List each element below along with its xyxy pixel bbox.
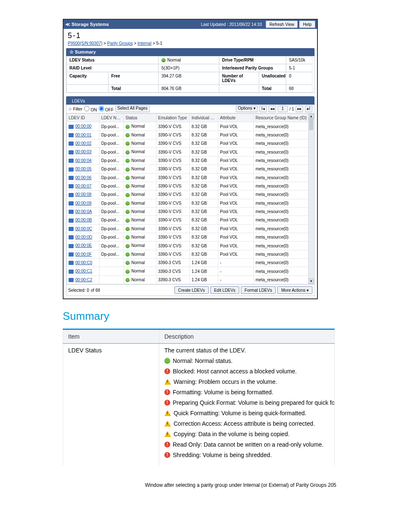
status-text: Correction Access: Access attribute is b… — [174, 420, 315, 427]
table-row[interactable]: 00:00:0ADp-pool...Normal3390-V CVS8.32 G… — [67, 207, 314, 216]
table-row[interactable]: 00:00:0BDp-pool...Normal3390-V CVS8.32 G… — [67, 216, 314, 224]
tab-ldevs[interactable]: LDEVs — [68, 98, 89, 105]
resource-group-cell: meta_resource(0) — [254, 259, 314, 267]
edit-ldevs-button[interactable]: Edit LDEVs — [210, 286, 239, 294]
more-actions-button[interactable]: More Actions ▾ — [277, 286, 312, 294]
table-row[interactable]: 00:00:C2Normal3390-3 CVS1.24 GB-meta_res… — [67, 275, 314, 284]
table-row[interactable]: 00:00:06Dp-pool...Normal3390-V CVS8.32 G… — [67, 173, 314, 182]
capacity-cell: 8.32 GB — [190, 242, 218, 250]
ldev-table: LDEV ID LDEV Name Status Emulation Type … — [66, 113, 314, 284]
volume-icon — [69, 193, 74, 197]
attribute-cell: Pool VOL — [218, 156, 254, 164]
emulation-cell: 3390-V CVS — [156, 148, 190, 156]
options-dropdown[interactable]: Options ▾ — [236, 105, 258, 112]
attribute-cell: Pool VOL — [218, 148, 254, 156]
screenshot-panel: ≪ Storage Systems Last Updated : 2011/06… — [63, 19, 318, 299]
ldev-id-link[interactable]: 00:00:C0 — [75, 260, 92, 265]
status-normal-icon — [164, 358, 170, 364]
capacity-cell: 1.24 GB — [190, 267, 218, 275]
table-row[interactable]: 00:00:02Dp-pool...Normal3390-V CVS8.32 G… — [67, 139, 314, 148]
table-row[interactable]: 00:00:08Dp-pool...Normal3390-V CVS8.32 G… — [67, 190, 314, 199]
crumb-system[interactable]: P9500(S/N:90307) — [68, 41, 102, 46]
volume-icon — [69, 201, 74, 206]
col-attribute[interactable]: Attribute — [218, 114, 254, 122]
volume-icon — [69, 167, 74, 172]
table-row[interactable]: 00:00:05Dp-pool...Normal3390-V CVS8.32 G… — [67, 165, 314, 173]
col-status[interactable]: Status — [124, 114, 156, 122]
col-ldev-name[interactable]: LDEV Name — [100, 114, 124, 122]
help-button[interactable]: Help — [299, 21, 315, 28]
select-all-pages-button[interactable]: Select All Pages — [115, 105, 150, 112]
status-cell: Normal — [124, 131, 156, 139]
status-warning-icon — [164, 421, 171, 427]
page-next-button[interactable]: ▸▸ — [296, 105, 303, 112]
ldev-id-link[interactable]: 00:00:0F — [75, 252, 92, 257]
table-row[interactable]: 00:00:0EDp-pool...Normal3390-V CVS8.32 G… — [67, 242, 314, 250]
ldev-id-link[interactable]: 00:00:0D — [75, 235, 92, 239]
filter-on-radio[interactable]: ON — [84, 106, 97, 112]
col-individual-capacity[interactable]: Individual Capacity — [190, 114, 218, 122]
page-prev-button[interactable]: ◂◂ — [269, 105, 276, 112]
ldev-id-link[interactable]: 00:00:02 — [75, 141, 92, 146]
scrollbar[interactable]: ▴ ▾ — [308, 113, 314, 284]
ldev-id-link[interactable]: 00:00:0E — [75, 243, 92, 248]
col-ldev-id[interactable]: LDEV ID — [67, 114, 100, 122]
table-row[interactable]: 00:00:00Dp-pool...Normal3390-V CVS8.32 G… — [67, 122, 314, 131]
capacity-cell: 8.32 GB — [190, 122, 218, 131]
filter-off-radio[interactable]: OFF — [99, 106, 114, 112]
table-row[interactable]: 00:00:07Dp-pool...Normal3390-V CVS8.32 G… — [67, 182, 314, 190]
crumb-internal[interactable]: Internal — [138, 41, 151, 46]
ldev-id-link[interactable]: 00:00:00 — [75, 124, 92, 129]
create-ldevs-button[interactable]: Create LDEVs — [174, 286, 209, 294]
ldev-id-link[interactable]: 00:00:08 — [75, 192, 92, 197]
resource-group-cell: meta_resource(0) — [254, 182, 314, 190]
capacity-cell: 8.32 GB — [190, 233, 218, 242]
col-resource-group[interactable]: Resource Group Name (ID) — [254, 114, 314, 122]
table-row[interactable]: 00:00:0DDp-pool...Normal3390-V CVS8.32 G… — [67, 233, 314, 242]
scroll-thumb[interactable] — [309, 118, 313, 130]
table-row[interactable]: 00:00:C0Normal3390-3 CVS1.24 GB-meta_res… — [67, 259, 314, 267]
ldev-id-link[interactable]: 00:00:06 — [75, 175, 92, 180]
ldev-id-link[interactable]: 00:00:04 — [75, 158, 92, 163]
volume-icon — [69, 141, 74, 146]
page-number[interactable]: 1 — [278, 105, 288, 112]
format-ldevs-button[interactable]: Format LDEVs — [241, 286, 276, 294]
status-cell: Normal — [124, 275, 156, 284]
crumb-parity-groups[interactable]: Parity Groups — [107, 41, 133, 46]
ldev-id-link[interactable]: 00:00:03 — [75, 149, 92, 154]
ldev-id-link[interactable]: 00:00:0C — [75, 226, 92, 231]
attribute-cell: Pool VOL — [218, 139, 254, 148]
table-row[interactable]: 00:00:03Dp-pool...Normal3390-V CVS8.32 G… — [67, 148, 314, 156]
page-first-button[interactable]: I◂ — [259, 105, 267, 112]
capacity-cell: 8.32 GB — [190, 173, 218, 182]
table-row[interactable]: 00:00:09Dp-pool...Normal3390-V CVS8.32 G… — [67, 199, 314, 207]
ldev-id-link[interactable]: 00:00:C1 — [75, 269, 92, 273]
col-emulation-type[interactable]: Emulation Type — [156, 114, 190, 122]
ldev-id-link[interactable]: 00:00:01 — [75, 133, 92, 137]
ldev-id-link[interactable]: 00:00:09 — [75, 201, 92, 206]
status-dot-icon — [125, 261, 130, 265]
status-line: Copying: Data in the volume is being cop… — [164, 431, 329, 437]
status-text: Normal: Normal status. — [173, 357, 233, 364]
back-link[interactable]: ≪ Storage Systems — [65, 22, 109, 27]
table-row[interactable]: 00:00:0CDp-pool...Normal3390-V CVS8.32 G… — [67, 224, 314, 233]
total-label-2: Total — [259, 85, 286, 93]
ldev-id-link[interactable]: 00:00:0B — [75, 218, 92, 222]
table-row[interactable]: 00:00:01Dp-pool...Normal3390-V CVS8.32 G… — [67, 131, 314, 139]
status-dot-icon — [161, 58, 166, 62]
ldev-name-cell: Dp-pool... — [100, 148, 124, 156]
table-row[interactable]: 00:00:C1Normal3390-3 CVS1.24 GB-meta_res… — [67, 267, 314, 275]
ldev-id-link[interactable]: 00:00:07 — [75, 184, 92, 188]
table-row[interactable]: 00:00:04Dp-pool...Normal3390-V CVS8.32 G… — [67, 156, 314, 164]
status-dot-icon — [125, 193, 130, 197]
emulation-cell: 3390-V CVS — [156, 242, 190, 250]
scroll-down-icon[interactable]: ▾ — [308, 278, 314, 284]
ldev-id-link[interactable]: 00:00:0A — [75, 209, 92, 214]
resource-group-cell: meta_resource(0) — [254, 267, 314, 275]
resource-group-cell: meta_resource(0) — [254, 190, 314, 199]
ldev-id-link[interactable]: 00:00:05 — [75, 167, 92, 171]
page-last-button[interactable]: ▸I — [305, 105, 312, 112]
ldev-id-link[interactable]: 00:00:C2 — [75, 278, 92, 282]
table-row[interactable]: 00:00:0FDp-pool...Normal3390-V CVS8.32 G… — [67, 250, 314, 258]
refresh-view-button[interactable]: Refresh View — [266, 21, 298, 28]
